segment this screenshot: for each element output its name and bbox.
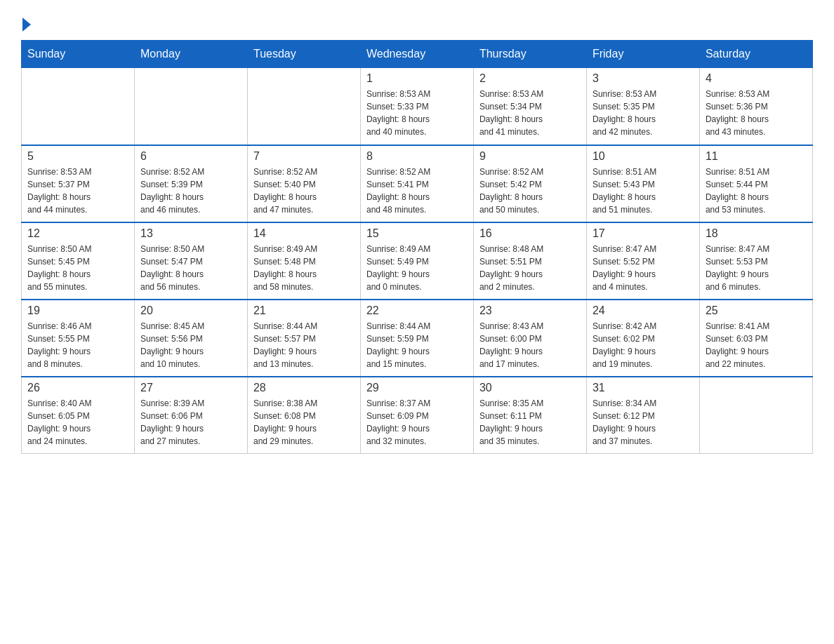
day-number: 21 [253,304,355,317]
calendar-cell: 8Sunrise: 8:52 AMSunset: 5:41 PMDaylight… [360,145,473,222]
day-number: 14 [253,227,355,240]
calendar-cell: 25Sunrise: 8:41 AMSunset: 6:03 PMDayligh… [699,300,812,377]
calendar-header: SundayMondayTuesdayWednesdayThursdayFrid… [22,41,813,68]
day-info: Sunrise: 8:43 AMSunset: 6:00 PMDaylight:… [479,320,581,370]
day-info: Sunrise: 8:42 AMSunset: 6:02 PMDaylight:… [593,320,694,370]
day-info: Sunrise: 8:35 AMSunset: 6:11 PMDaylight:… [479,397,581,448]
day-info: Sunrise: 8:53 AMSunset: 5:34 PMDaylight:… [479,88,581,138]
day-info: Sunrise: 8:44 AMSunset: 5:57 PMDaylight:… [253,320,355,370]
day-of-week-header: Thursday [473,41,586,68]
calendar-cell: 16Sunrise: 8:48 AMSunset: 5:51 PMDayligh… [473,222,586,300]
day-number: 13 [140,227,241,240]
calendar-cell: 20Sunrise: 8:45 AMSunset: 5:56 PMDayligh… [134,300,247,377]
day-number: 16 [479,227,581,240]
day-number: 25 [706,304,807,317]
day-of-week-header: Saturday [699,41,812,68]
calendar-cell: 15Sunrise: 8:49 AMSunset: 5:49 PMDayligh… [360,222,473,300]
day-info: Sunrise: 8:49 AMSunset: 5:48 PMDaylight:… [253,243,355,293]
calendar-cell: 1Sunrise: 8:53 AMSunset: 5:33 PMDaylight… [360,68,473,145]
day-number: 12 [27,227,128,240]
calendar-cell: 7Sunrise: 8:52 AMSunset: 5:40 PMDaylight… [247,145,360,222]
day-number: 22 [366,304,468,317]
day-info: Sunrise: 8:46 AMSunset: 5:55 PMDaylight:… [27,320,128,370]
calendar-cell: 24Sunrise: 8:42 AMSunset: 6:02 PMDayligh… [586,300,699,377]
day-info: Sunrise: 8:53 AMSunset: 5:33 PMDaylight:… [366,88,468,138]
calendar-cell [247,68,360,145]
calendar-cell: 11Sunrise: 8:51 AMSunset: 5:44 PMDayligh… [699,145,812,222]
day-info: Sunrise: 8:48 AMSunset: 5:51 PMDaylight:… [479,243,581,293]
calendar-cell: 29Sunrise: 8:37 AMSunset: 6:09 PMDayligh… [360,377,473,454]
calendar-cell: 23Sunrise: 8:43 AMSunset: 6:00 PMDayligh… [473,300,586,377]
day-info: Sunrise: 8:34 AMSunset: 6:12 PMDaylight:… [593,397,694,448]
day-info: Sunrise: 8:45 AMSunset: 5:56 PMDaylight:… [140,320,241,370]
calendar-cell: 13Sunrise: 8:50 AMSunset: 5:47 PMDayligh… [134,222,247,300]
day-info: Sunrise: 8:52 AMSunset: 5:39 PMDaylight:… [140,166,241,216]
day-number: 31 [593,382,694,394]
days-of-week-row: SundayMondayTuesdayWednesdayThursdayFrid… [22,41,813,68]
calendar-week-row: 5Sunrise: 8:53 AMSunset: 5:37 PMDaylight… [22,145,813,222]
day-info: Sunrise: 8:38 AMSunset: 6:08 PMDaylight:… [253,397,355,448]
day-of-week-header: Monday [134,41,247,68]
calendar-week-row: 19Sunrise: 8:46 AMSunset: 5:55 PMDayligh… [22,300,813,377]
day-info: Sunrise: 8:53 AMSunset: 5:37 PMDaylight:… [27,166,128,216]
day-number: 2 [479,72,581,85]
calendar-cell [134,68,247,145]
day-number: 5 [27,150,128,163]
calendar-cell: 9Sunrise: 8:52 AMSunset: 5:42 PMDaylight… [473,145,586,222]
day-number: 27 [140,382,241,394]
day-info: Sunrise: 8:44 AMSunset: 5:59 PMDaylight:… [366,320,468,370]
calendar-cell: 30Sunrise: 8:35 AMSunset: 6:11 PMDayligh… [473,377,586,454]
day-of-week-header: Sunday [22,41,135,68]
day-info: Sunrise: 8:52 AMSunset: 5:41 PMDaylight:… [366,166,468,216]
day-number: 6 [140,150,241,163]
calendar-cell [22,68,135,145]
calendar-table: SundayMondayTuesdayWednesdayThursdayFrid… [21,40,813,454]
calendar-cell: 3Sunrise: 8:53 AMSunset: 5:35 PMDaylight… [586,68,699,145]
calendar-cell: 19Sunrise: 8:46 AMSunset: 5:55 PMDayligh… [22,300,135,377]
day-of-week-header: Friday [586,41,699,68]
calendar-cell: 28Sunrise: 8:38 AMSunset: 6:08 PMDayligh… [247,377,360,454]
day-info: Sunrise: 8:53 AMSunset: 5:36 PMDaylight:… [706,88,807,138]
day-number: 4 [706,72,807,85]
day-number: 19 [27,304,128,317]
day-info: Sunrise: 8:41 AMSunset: 6:03 PMDaylight:… [706,320,807,370]
calendar-week-row: 26Sunrise: 8:40 AMSunset: 6:05 PMDayligh… [22,377,813,454]
day-info: Sunrise: 8:51 AMSunset: 5:43 PMDaylight:… [593,166,694,216]
calendar-week-row: 1Sunrise: 8:53 AMSunset: 5:33 PMDaylight… [22,68,813,145]
calendar-cell: 22Sunrise: 8:44 AMSunset: 5:59 PMDayligh… [360,300,473,377]
calendar-cell: 12Sunrise: 8:50 AMSunset: 5:45 PMDayligh… [22,222,135,300]
day-of-week-header: Tuesday [247,41,360,68]
day-info: Sunrise: 8:49 AMSunset: 5:49 PMDaylight:… [366,243,468,293]
calendar-cell: 21Sunrise: 8:44 AMSunset: 5:57 PMDayligh… [247,300,360,377]
day-info: Sunrise: 8:50 AMSunset: 5:45 PMDaylight:… [27,243,128,293]
logo-triangle-icon [22,18,31,32]
day-info: Sunrise: 8:47 AMSunset: 5:52 PMDaylight:… [593,243,694,293]
day-number: 26 [27,382,128,394]
day-info: Sunrise: 8:39 AMSunset: 6:06 PMDaylight:… [140,397,241,448]
calendar-week-row: 12Sunrise: 8:50 AMSunset: 5:45 PMDayligh… [22,222,813,300]
day-number: 24 [593,304,694,317]
calendar-cell: 4Sunrise: 8:53 AMSunset: 5:36 PMDaylight… [699,68,812,145]
day-info: Sunrise: 8:50 AMSunset: 5:47 PMDaylight:… [140,243,241,293]
day-info: Sunrise: 8:40 AMSunset: 6:05 PMDaylight:… [27,397,128,448]
day-number: 18 [706,227,807,240]
logo [21,14,31,33]
calendar-cell: 14Sunrise: 8:49 AMSunset: 5:48 PMDayligh… [247,222,360,300]
day-number: 20 [140,304,241,317]
calendar-cell: 10Sunrise: 8:51 AMSunset: 5:43 PMDayligh… [586,145,699,222]
calendar-cell: 26Sunrise: 8:40 AMSunset: 6:05 PMDayligh… [22,377,135,454]
day-number: 10 [593,150,694,163]
day-number: 11 [706,150,807,163]
day-number: 23 [479,304,581,317]
day-number: 1 [366,72,468,85]
calendar-cell: 5Sunrise: 8:53 AMSunset: 5:37 PMDaylight… [22,145,135,222]
day-number: 15 [366,227,468,240]
calendar-cell: 18Sunrise: 8:47 AMSunset: 5:53 PMDayligh… [699,222,812,300]
day-info: Sunrise: 8:52 AMSunset: 5:40 PMDaylight:… [253,166,355,216]
day-number: 7 [253,150,355,163]
day-number: 30 [479,382,581,394]
day-info: Sunrise: 8:52 AMSunset: 5:42 PMDaylight:… [479,166,581,216]
day-info: Sunrise: 8:37 AMSunset: 6:09 PMDaylight:… [366,397,468,448]
calendar-cell: 17Sunrise: 8:47 AMSunset: 5:52 PMDayligh… [586,222,699,300]
day-info: Sunrise: 8:53 AMSunset: 5:35 PMDaylight:… [593,88,694,138]
